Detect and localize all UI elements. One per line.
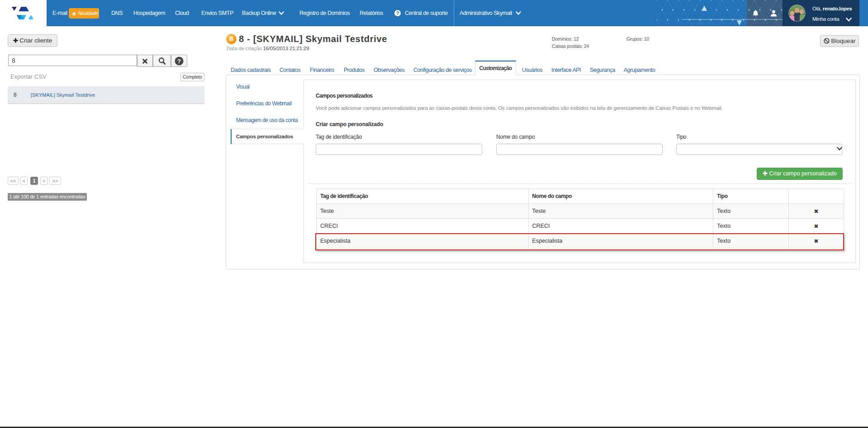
svg-text:?: ? — [396, 10, 399, 16]
svg-text:?: ? — [177, 58, 181, 65]
